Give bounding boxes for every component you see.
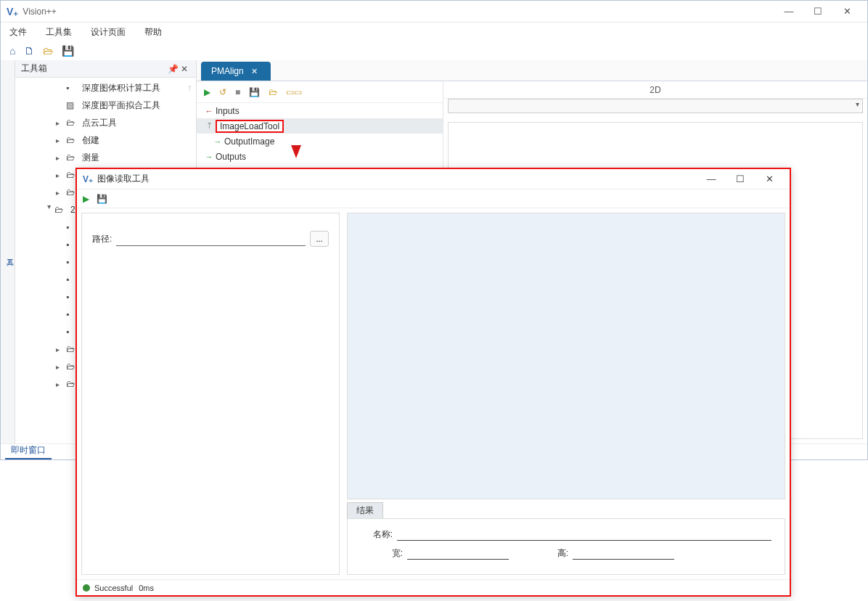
- arrow-right-icon: →: [211, 137, 224, 146]
- open-icon[interactable]: 🗁: [269, 87, 277, 97]
- tool-icon: ▪: [66, 83, 78, 93]
- height-label: 高:: [546, 547, 568, 560]
- menu-toolset[interactable]: 工具集: [46, 26, 72, 38]
- pin-icon[interactable]: 📌: [167, 64, 179, 74]
- left-rail[interactable]: 工具: [1, 60, 15, 443]
- save-icon[interactable]: 💾: [62, 45, 74, 57]
- dialog-maximize-button[interactable]: ☐: [726, 173, 755, 184]
- arrow-left-icon: ←: [202, 107, 216, 115]
- expand-icon: ▸: [56, 136, 66, 144]
- titlebar: V₊ Vision++ — ☐ ✕: [1, 1, 867, 23]
- collapse-icon: ▸: [46, 205, 54, 215]
- height-field: [573, 547, 674, 560]
- tab-close-icon[interactable]: ✕: [251, 67, 258, 76]
- app-title: Vision++: [22, 7, 774, 17]
- viewport-header: 2D: [443, 81, 867, 99]
- up-arrow-icon: ↑: [187, 83, 192, 93]
- undo-icon[interactable]: ↺: [219, 87, 226, 97]
- anchor-icon: ⤒: [202, 121, 216, 131]
- tree-item-depth-volume[interactable]: ▪ 深度图体积计算工具 ↑: [15, 79, 196, 97]
- status-dot-icon: [83, 584, 90, 592]
- image-load-dialog: V₊ 图像读取工具 — ☐ ✕ ▶ 💾 路径: ... 结果 名称:: [75, 168, 791, 597]
- new-file-icon[interactable]: 🗋: [24, 45, 34, 57]
- viewport-dropdown[interactable]: [448, 99, 863, 113]
- name-label: 名称:: [371, 528, 393, 541]
- node-outputimage[interactable]: → OutputImage: [197, 134, 443, 149]
- stop-icon[interactable]: ■: [235, 87, 240, 97]
- toolbox-title: 工具箱: [21, 62, 47, 75]
- dialog-right-panel: 结果 名称: 宽: 高:: [347, 213, 785, 575]
- arrow-right-icon: →: [202, 152, 216, 161]
- node-toolbar: ▶ ↺ ■ 💾 🗁 ▭▭: [197, 81, 443, 103]
- tree-item-create[interactable]: ▸ 🗁 创建: [15, 131, 196, 149]
- toolbox-header: 工具箱 📌 ✕: [15, 60, 196, 78]
- node-imageloadtool[interactable]: ⤒ ImageLoadTool: [197, 118, 443, 134]
- minimize-button[interactable]: —: [774, 1, 803, 23]
- tree-item-measure[interactable]: ▸ 🗁 测量: [15, 149, 196, 166]
- dialog-left-panel: 路径: ...: [81, 213, 340, 575]
- expand-icon: ▸: [56, 189, 66, 197]
- main-toolbar: ⌂ 🗋 🗁 💾: [1, 41, 867, 60]
- tab-pmalign[interactable]: PMAlign ✕: [201, 62, 271, 81]
- immediate-window-tab[interactable]: 即时窗口: [5, 443, 52, 459]
- menu-help[interactable]: 帮助: [144, 26, 162, 38]
- results-panel: 名称: 宽: 高:: [347, 518, 785, 575]
- status-time: 0ms: [139, 584, 154, 592]
- path-label: 路径:: [92, 233, 112, 245]
- dialog-title: 图像读取工具: [97, 173, 150, 185]
- menu-design[interactable]: 设计页面: [91, 26, 126, 38]
- expand-icon: ▸: [56, 171, 66, 179]
- menubar: 文件 工具集 设计页面 帮助: [1, 23, 867, 41]
- tool-icon: ▨: [66, 100, 78, 110]
- image-preview[interactable]: [347, 213, 785, 499]
- width-label: 宽:: [381, 547, 403, 560]
- panel-close-icon[interactable]: ✕: [179, 64, 190, 74]
- folder-icon: 🗁: [54, 205, 66, 215]
- results-tab[interactable]: 结果: [347, 502, 383, 518]
- folder-icon: 🗁: [66, 135, 78, 145]
- home-icon[interactable]: ⌂: [9, 45, 15, 57]
- annotation-arrow-icon: [291, 145, 301, 158]
- dialog-statusbar: Successful 0ms: [77, 579, 790, 595]
- dialog-logo-icon: V₊: [83, 174, 93, 184]
- maximize-button[interactable]: ☐: [803, 1, 832, 23]
- folder-icon: 🗁: [66, 118, 78, 128]
- path-input[interactable]: [116, 232, 306, 246]
- dialog-toolbar: ▶ 💾: [77, 189, 790, 208]
- status-text: Successful: [94, 584, 133, 592]
- node-inputs[interactable]: ← Inputs: [197, 103, 443, 118]
- width-field: [407, 547, 509, 560]
- tree-item-depth-plane[interactable]: ▨ 深度图平面拟合工具: [15, 97, 196, 114]
- node-outputs[interactable]: → Outputs: [197, 149, 443, 164]
- folder-icon: 🗁: [66, 152, 78, 163]
- tabstrip: PMAlign ✕: [197, 60, 867, 81]
- app-logo-icon: V₊: [7, 6, 18, 17]
- dialog-run-icon[interactable]: ▶: [83, 194, 89, 204]
- dialog-minimize-button[interactable]: —: [697, 173, 726, 184]
- dialog-close-button[interactable]: ✕: [755, 173, 784, 184]
- dialog-save-icon[interactable]: 💾: [97, 194, 107, 204]
- save-icon[interactable]: 💾: [249, 87, 260, 97]
- tree-item-pointcloud[interactable]: ▸ 🗁 点云工具: [15, 114, 196, 131]
- browse-button[interactable]: ...: [310, 231, 329, 247]
- expand-icon: ▸: [56, 119, 66, 127]
- open-folder-icon[interactable]: 🗁: [43, 45, 53, 57]
- dialog-titlebar: V₊ 图像读取工具 — ☐ ✕: [77, 169, 790, 189]
- layout-icon[interactable]: ▭▭: [286, 87, 302, 97]
- name-field: [397, 528, 771, 541]
- run-icon[interactable]: ▶: [204, 87, 210, 97]
- menu-file[interactable]: 文件: [9, 26, 27, 38]
- close-button[interactable]: ✕: [832, 1, 861, 23]
- expand-icon: ▸: [56, 154, 66, 162]
